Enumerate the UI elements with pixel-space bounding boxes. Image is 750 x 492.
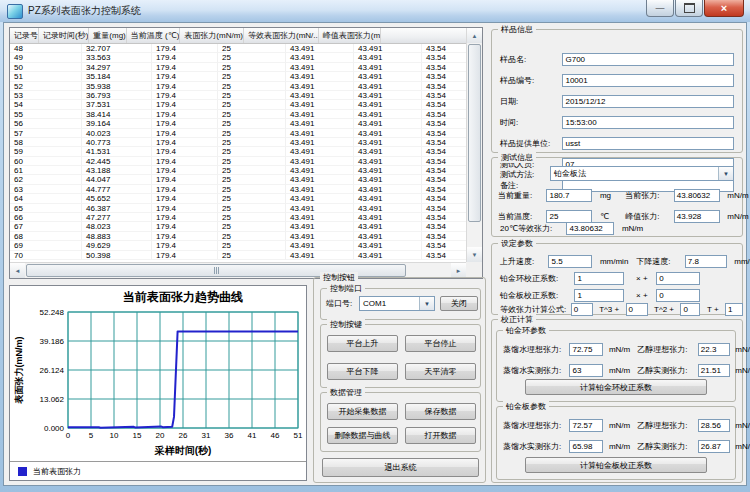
table-row[interactable]: 69 49.629 179.4 25 43.491 43.491 43.54 xyxy=(10,241,466,250)
field-input[interactable]: 28.56 xyxy=(698,419,730,432)
cell-weight: 179.4 xyxy=(152,82,218,91)
port-select[interactable]: COM1 ▼ xyxy=(359,296,435,311)
table-column-header[interactable]: 等效表面张力(mN/.. xyxy=(244,28,319,43)
table-row[interactable]: 63 44.777 179.4 25 43.491 43.491 43.54 xyxy=(10,185,466,194)
title-bar[interactable]: PZ系列表面张力控制系统 — × xyxy=(0,0,750,22)
vertical-scrollbar[interactable]: ▲ ▼ xyxy=(466,28,482,262)
formula-b-input[interactable]: 0 xyxy=(626,303,648,316)
table-row[interactable]: 57 40.023 179.4 25 43.491 43.491 43.54 xyxy=(10,129,466,138)
table-row[interactable]: 53 36.793 179.4 25 43.491 43.491 43.54 xyxy=(10,91,466,100)
table-column-header[interactable]: 记录时间(秒) xyxy=(39,28,89,43)
table-row[interactable]: 56 39.164 179.4 25 43.491 43.491 43.54 xyxy=(10,119,466,128)
table-row[interactable]: 48 32.707 179.4 25 43.491 43.491 43.54 xyxy=(10,44,466,53)
cell-record-time: 44.047 xyxy=(82,175,152,184)
scroll-down-icon[interactable]: ▼ xyxy=(467,247,482,262)
field-input[interactable]: 72.75 xyxy=(569,343,603,356)
scroll-up-icon[interactable]: ▲ xyxy=(467,28,482,43)
table-row[interactable]: 61 43.188 179.4 25 43.491 43.491 43.54 xyxy=(10,166,466,175)
sample-field-input[interactable]: 2015/12/12 xyxy=(562,95,734,108)
port-select-value: COM1 xyxy=(363,298,386,310)
table-row[interactable]: 59 41.531 179.4 25 43.491 43.491 43.54 xyxy=(10,147,466,156)
scroll-right-icon[interactable]: ► xyxy=(451,263,466,278)
calc-plate-coef-button[interactable]: 计算铂金板校正系数 xyxy=(525,457,707,473)
field-input[interactable]: 22.3 xyxy=(698,343,730,356)
chevron-down-icon[interactable]: ▼ xyxy=(718,167,733,180)
field-input[interactable]: 43.80632 xyxy=(674,189,720,202)
sample-field-input[interactable]: 10001 xyxy=(562,74,734,87)
field-input[interactable]: 63 xyxy=(569,364,603,377)
cell-peak-tension: 43.54 xyxy=(422,241,466,250)
calc-ring-coef-button[interactable]: 计算铂金环校正系数 xyxy=(525,379,707,395)
cell-surface-tension: 43.491 xyxy=(286,147,354,156)
table-row[interactable]: 52 35.938 179.4 25 43.491 43.491 43.54 xyxy=(10,82,466,91)
table-row[interactable]: 50 34.297 179.4 25 43.491 43.491 43.54 xyxy=(10,63,466,72)
cell-record-time: 35.184 xyxy=(82,72,152,81)
field-input[interactable]: 72.57 xyxy=(569,419,603,432)
table-row[interactable]: 62 44.047 179.4 25 43.491 43.491 43.54 xyxy=(10,175,466,184)
maximize-button[interactable] xyxy=(675,0,703,17)
table-row[interactable]: 55 38.414 179.4 25 43.491 43.491 43.54 xyxy=(10,110,466,119)
formula-d-input[interactable]: 1 xyxy=(725,303,743,316)
table-row[interactable]: 68 48.883 179.4 25 43.491 43.491 43.54 xyxy=(10,232,466,241)
table-row[interactable]: 54 37.531 179.4 25 43.491 43.491 43.54 xyxy=(10,100,466,109)
field-label: 当前张力: xyxy=(625,190,669,201)
table-row[interactable]: 58 40.773 179.4 25 43.491 43.491 43.54 xyxy=(10,138,466,147)
close-button[interactable]: × xyxy=(704,0,744,17)
cell-record-no: 53 xyxy=(10,91,82,100)
ring-coef-k-input[interactable]: 1 xyxy=(574,272,624,285)
cell-equivalent-tension: 43.491 xyxy=(354,44,422,53)
formula-c-input[interactable]: 0 xyxy=(680,303,700,316)
calibration-field-row: 蒸馏水实测张力: 65.98 mN/m 乙醇实测张力: 26.87 mN/m xyxy=(503,437,735,455)
minimize-button[interactable]: — xyxy=(646,0,674,17)
vertical-scroll-thumb[interactable] xyxy=(468,44,481,222)
control-keys-group: 控制按键 平台上升 平台停止 平台下降 天平清零 xyxy=(320,324,481,388)
open-data-button[interactable]: 打开数据 xyxy=(405,427,476,444)
cell-temperature: 25 xyxy=(218,175,286,184)
test-method-select[interactable]: 铂金板法 ▼ xyxy=(550,166,734,181)
save-data-button[interactable]: 保存数据 xyxy=(405,403,476,420)
platform-stop-button[interactable]: 平台停止 xyxy=(405,335,476,352)
sample-field-input[interactable]: 15:53:00 xyxy=(562,116,734,129)
field-input[interactable]: 65.98 xyxy=(569,440,603,453)
formula-a-input[interactable]: 0 xyxy=(571,303,593,316)
scroll-left-icon[interactable]: ◄ xyxy=(10,263,25,278)
platform-up-button[interactable]: 平台上升 xyxy=(327,335,398,352)
table-row[interactable]: 67 48.023 179.4 25 43.491 43.491 43.54 xyxy=(10,222,466,231)
table-row[interactable]: 65 46.387 179.4 25 43.491 43.491 43.54 xyxy=(10,204,466,213)
table-row[interactable]: 64 45.652 179.4 25 43.491 43.491 43.54 xyxy=(10,194,466,203)
table-row[interactable]: 70 50.398 179.4 25 43.491 43.491 43.54 xyxy=(10,251,466,260)
horizontal-scrollbar[interactable]: ◄ ► xyxy=(10,262,466,278)
cell-weight: 179.4 xyxy=(152,185,218,194)
sample-field-input[interactable]: usst xyxy=(562,137,734,150)
delete-data-button[interactable]: 删除数据与曲线 xyxy=(327,427,398,444)
balance-zero-button[interactable]: 天平清零 xyxy=(405,363,476,380)
exit-system-button[interactable]: 退出系统 xyxy=(322,458,479,477)
table-column-header[interactable]: 重量(mg) xyxy=(89,28,126,43)
up-speed-input[interactable]: 5.5 xyxy=(548,255,592,268)
table-body: 48 32.707 179.4 25 43.491 43.491 43.54 4… xyxy=(10,44,466,261)
table-row[interactable]: 60 42.445 179.4 25 43.491 43.491 43.54 xyxy=(10,157,466,166)
field-input[interactable]: 180.7 xyxy=(546,189,592,202)
sample-field-input[interactable]: G700 xyxy=(562,53,734,66)
down-speed-input[interactable]: 7.8 xyxy=(685,255,727,268)
chevron-down-icon[interactable]: ▼ xyxy=(419,297,434,310)
close-port-button[interactable]: 关闭 xyxy=(440,296,478,311)
svg-text:5: 5 xyxy=(89,431,94,440)
table-column-header[interactable]: 当前温度 (℃) xyxy=(127,28,181,43)
ring-coef-b-input[interactable]: 0 xyxy=(656,272,700,285)
field-label: 当前重量: xyxy=(498,190,542,201)
table-row[interactable]: 49 33.563 179.4 25 43.491 43.491 43.54 xyxy=(10,53,466,62)
field-input[interactable]: 43.928 xyxy=(674,210,720,223)
table-row[interactable]: 66 47.277 179.4 25 43.491 43.491 43.54 xyxy=(10,213,466,222)
field-input[interactable]: 26.87 xyxy=(698,440,730,453)
field-input[interactable]: 21.51 xyxy=(698,364,730,377)
cell-surface-tension: 43.491 xyxy=(286,213,354,222)
table-column-header[interactable]: 表面张力(mN/m) xyxy=(180,28,244,43)
platform-down-button[interactable]: 平台下降 xyxy=(327,363,398,380)
scrollbar-corner xyxy=(466,262,482,278)
table-column-header[interactable]: 峰值表面张力(m xyxy=(319,28,381,43)
table-row[interactable]: 51 35.184 179.4 25 43.491 43.491 43.54 xyxy=(10,72,466,81)
table-column-header[interactable]: 记录号 xyxy=(10,28,39,43)
equiv-tension-input[interactable]: 43.80632 xyxy=(566,222,614,235)
start-collect-button[interactable]: 开始采集数据 xyxy=(327,403,398,420)
